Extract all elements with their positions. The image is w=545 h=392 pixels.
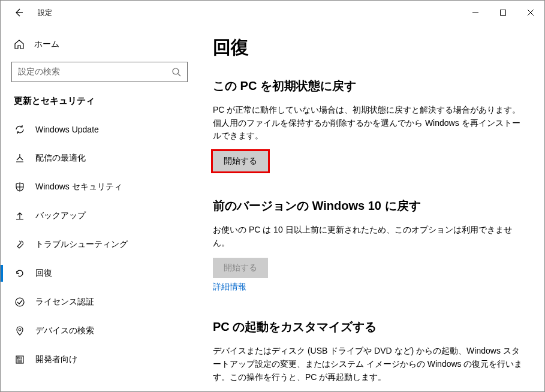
- sidebar-item-recovery[interactable]: 回復: [5, 259, 194, 288]
- home-icon: [14, 39, 26, 50]
- svg-rect-5: [17, 357, 19, 359]
- sidebar-item-delivery-optimization[interactable]: 配信の最適化: [5, 144, 194, 173]
- titlebar: 設定: [1, 1, 544, 25]
- sidebar-item-troubleshoot[interactable]: トラブルシューティング: [5, 230, 194, 259]
- close-icon: [527, 9, 534, 16]
- svg-point-1: [173, 68, 179, 74]
- sync-icon: [14, 124, 26, 135]
- sidebar-item-label: 開発者向け: [35, 354, 77, 365]
- category-heading: 更新とセキュリティ: [5, 95, 194, 115]
- svg-point-3: [19, 328, 21, 331]
- sidebar-item-label: Windows セキュリティ: [35, 182, 122, 192]
- sidebar-item-label: トラブルシューティング: [35, 239, 128, 250]
- find-device-icon: [14, 325, 26, 336]
- section-body: お使いの PC は 10 日以上前に更新されたため、このオプションは利用できませ…: [213, 224, 526, 249]
- sidebar-item-label: デバイスの検索: [35, 325, 94, 336]
- sidebar-item-label: Windows Update: [35, 125, 99, 134]
- section-body: デバイスまたはディスク (USB ドライブや DVD など) からの起動、Win…: [213, 345, 526, 384]
- section-advanced-startup: PC の起動をカスタマイズする デバイスまたはディスク (USB ドライブや D…: [213, 319, 526, 391]
- backup-icon: [14, 210, 26, 221]
- sidebar-item-label: バックアップ: [35, 210, 86, 221]
- search-input[interactable]: 設定の検索: [11, 62, 188, 82]
- arrow-left-icon: [14, 8, 23, 17]
- sidebar-item-label: 配信の最適化: [35, 153, 86, 164]
- rollback-more-info-link[interactable]: 詳細情報: [213, 282, 246, 293]
- sidebar-item-activation[interactable]: ライセンス認証: [5, 288, 194, 316]
- section-heading: この PC を初期状態に戻す: [213, 78, 526, 94]
- section-heading: 前のバージョンの Windows 10 に戻す: [213, 198, 526, 214]
- maximize-icon: [499, 9, 507, 16]
- distribution-icon: [14, 153, 26, 164]
- sidebar-item-backup[interactable]: バックアップ: [5, 201, 194, 230]
- activation-icon: [14, 297, 26, 307]
- sidebar-item-windows-security[interactable]: Windows セキュリティ: [5, 173, 194, 201]
- minimize-button[interactable]: [462, 1, 489, 25]
- section-reset-pc: この PC を初期状態に戻す PC が正常に動作していない場合は、初期状態に戻す…: [213, 78, 526, 171]
- home-nav[interactable]: ホーム: [5, 35, 194, 53]
- page-title: 回復: [213, 35, 526, 60]
- back-button[interactable]: [11, 5, 26, 20]
- troubleshoot-icon: [14, 239, 26, 250]
- section-rollback: 前のバージョンの Windows 10 に戻す お使いの PC は 10 日以上…: [213, 198, 526, 293]
- svg-rect-0: [501, 10, 506, 16]
- rollback-start-button: 開始する: [213, 258, 268, 278]
- section-body: PC が正常に動作していない場合は、初期状態に戻すと解決する場合があります。個人…: [213, 104, 526, 143]
- window-controls: [462, 1, 544, 25]
- recovery-icon: [14, 268, 26, 279]
- sidebar-item-developer[interactable]: 開発者向け: [5, 345, 194, 374]
- maximize-button[interactable]: [489, 1, 517, 25]
- home-label: ホーム: [34, 39, 59, 50]
- section-heading: PC の起動をカスタマイズする: [213, 319, 526, 335]
- svg-point-2: [16, 298, 24, 306]
- search-icon: [171, 67, 181, 77]
- sidebar-item-label: ライセンス認証: [35, 297, 94, 307]
- window-title: 設定: [38, 8, 52, 18]
- sidebar-item-label: 回復: [35, 268, 52, 279]
- minimize-icon: [472, 9, 479, 16]
- close-button[interactable]: [517, 1, 544, 25]
- search-placeholder: 設定の検索: [18, 67, 171, 77]
- sidebar-item-windows-update[interactable]: Windows Update: [5, 115, 194, 144]
- sidebar: ホーム 設定の検索 更新とセキュリティ Windows Update 配信の最適…: [1, 25, 198, 391]
- sidebar-item-find-device[interactable]: デバイスの検索: [5, 316, 194, 345]
- shield-icon: [14, 182, 26, 192]
- reset-pc-start-button[interactable]: 開始する: [213, 151, 268, 171]
- developer-icon: [14, 354, 26, 365]
- main-content: 回復 この PC を初期状態に戻す PC が正常に動作していない場合は、初期状態…: [198, 25, 544, 391]
